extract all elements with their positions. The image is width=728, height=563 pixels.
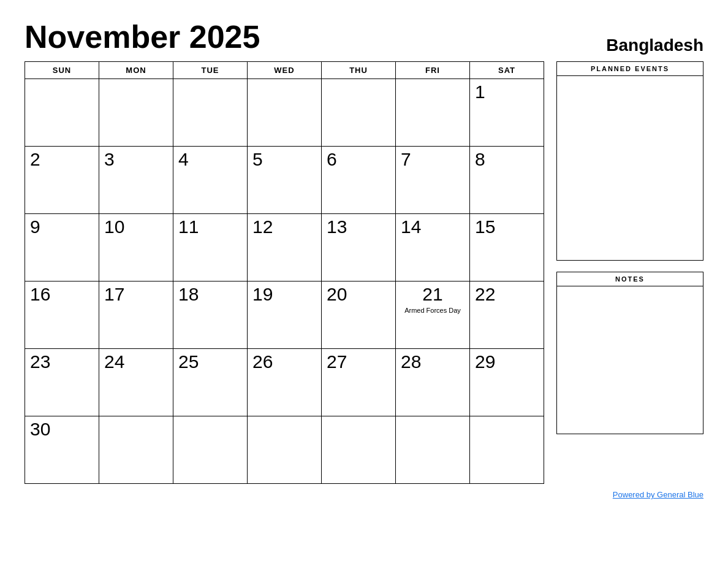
calendar-cell: 14 <box>396 214 470 282</box>
days-header-row: SUN MON TUE WED THU FRI SAT <box>25 62 544 79</box>
calendar-cell: 9 <box>25 214 99 282</box>
calendar-week-row: 2345678 <box>25 147 544 214</box>
calendar-cell: 29 <box>470 349 544 416</box>
col-mon: MON <box>99 62 173 79</box>
day-number: 13 <box>327 218 390 236</box>
calendar-cell: 19 <box>248 282 322 349</box>
calendar-cell <box>99 79 173 147</box>
calendar-cell: 17 <box>99 282 173 349</box>
calendar-cell: 10 <box>99 214 173 282</box>
calendar-week-row: 1 <box>25 79 544 147</box>
day-number: 26 <box>252 353 316 371</box>
day-number: 6 <box>327 150 390 169</box>
calendar-cell: 22 <box>470 282 544 349</box>
day-number: 2 <box>30 150 94 169</box>
calendar-cell: 4 <box>173 147 248 214</box>
calendar-section: SUN MON TUE WED THU FRI SAT 123456789101… <box>25 61 544 484</box>
notes-header: NOTES <box>557 272 703 286</box>
day-number: 24 <box>104 353 168 371</box>
day-number: 30 <box>30 420 94 439</box>
col-sat: SAT <box>470 62 544 79</box>
day-number: 8 <box>475 150 539 169</box>
calendar-cell: 24 <box>99 349 173 416</box>
country-title: Bangladesh <box>606 36 703 55</box>
day-number: 5 <box>252 150 316 169</box>
main-content: SUN MON TUE WED THU FRI SAT 123456789101… <box>25 61 703 484</box>
day-event: Armed Forces Day <box>401 306 464 315</box>
calendar-table: SUN MON TUE WED THU FRI SAT 123456789101… <box>25 61 544 484</box>
day-number: 23 <box>30 353 94 371</box>
day-number: 27 <box>327 353 390 371</box>
day-number: 4 <box>178 150 242 169</box>
calendar-cell: 12 <box>248 214 322 282</box>
powered-by-link[interactable]: Powered by General Blue <box>613 490 703 499</box>
calendar-week-row: 161718192021Armed Forces Day22 <box>25 282 544 349</box>
calendar-cell: 13 <box>322 214 396 282</box>
col-wed: WED <box>248 62 322 79</box>
calendar-cell: 16 <box>25 282 99 349</box>
calendar-cell <box>25 79 99 147</box>
col-tue: TUE <box>173 62 248 79</box>
calendar-cell: 28 <box>396 349 470 416</box>
calendar-cell: 23 <box>25 349 99 416</box>
calendar-cell: 20 <box>322 282 396 349</box>
calendar-cell: 11 <box>173 214 248 282</box>
calendar-cell: 5 <box>248 147 322 214</box>
calendar-cell <box>470 416 544 484</box>
calendar-cell <box>248 416 322 484</box>
month-year-title: November 2025 <box>25 18 260 55</box>
planned-events-header: PLANNED EVENTS <box>557 62 703 76</box>
notes-box: NOTES <box>556 272 703 434</box>
calendar-cell: 1 <box>470 79 544 147</box>
calendar-cell: 26 <box>248 349 322 416</box>
calendar-week-row: 30 <box>25 416 544 484</box>
calendar-week-row: 23242526272829 <box>25 349 544 416</box>
planned-events-body <box>557 76 703 260</box>
calendar-week-row: 9101112131415 <box>25 214 544 282</box>
calendar-cell <box>99 416 173 484</box>
calendar-cell <box>396 79 470 147</box>
day-number: 1 <box>475 83 539 101</box>
day-number: 17 <box>104 285 168 304</box>
day-number: 19 <box>252 285 316 304</box>
day-number: 12 <box>252 218 316 236</box>
calendar-cell: 30 <box>25 416 99 484</box>
calendar-cell: 6 <box>322 147 396 214</box>
day-number: 28 <box>401 353 464 371</box>
calendar-cell: 8 <box>470 147 544 214</box>
calendar-cell: 2 <box>25 147 99 214</box>
calendar-cell <box>322 416 396 484</box>
calendar-cell <box>248 79 322 147</box>
calendar-cell <box>173 416 248 484</box>
calendar-cell <box>322 79 396 147</box>
col-fri: FRI <box>396 62 470 79</box>
day-number: 3 <box>104 150 168 169</box>
col-sun: SUN <box>25 62 99 79</box>
col-thu: THU <box>322 62 396 79</box>
day-number: 15 <box>475 218 539 236</box>
day-number: 14 <box>401 218 464 236</box>
page-header: November 2025 Bangladesh <box>25 18 703 55</box>
planned-events-box: PLANNED EVENTS <box>556 61 703 261</box>
sidebar: PLANNED EVENTS NOTES <box>556 61 703 484</box>
day-number: 10 <box>104 218 168 236</box>
day-number: 21 <box>401 285 464 304</box>
calendar-cell: 18 <box>173 282 248 349</box>
day-number: 11 <box>178 218 242 236</box>
calendar-cell: 15 <box>470 214 544 282</box>
calendar-cell: 3 <box>99 147 173 214</box>
calendar-cell: 21Armed Forces Day <box>396 282 470 349</box>
calendar-cell: 25 <box>173 349 248 416</box>
day-number: 18 <box>178 285 242 304</box>
footer: Powered by General Blue <box>25 489 703 500</box>
day-number: 7 <box>401 150 464 169</box>
day-number: 16 <box>30 285 94 304</box>
day-number: 9 <box>30 218 94 236</box>
day-number: 29 <box>475 353 539 371</box>
day-number: 20 <box>327 285 390 304</box>
day-number: 25 <box>178 353 242 371</box>
calendar-cell: 27 <box>322 349 396 416</box>
calendar-cell <box>173 79 248 147</box>
notes-body <box>557 286 703 434</box>
calendar-cell <box>396 416 470 484</box>
